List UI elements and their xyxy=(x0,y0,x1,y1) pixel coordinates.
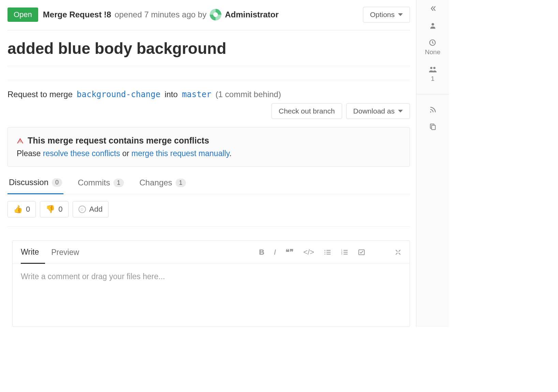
bullet-list-icon[interactable] xyxy=(324,248,331,256)
merge-into: into xyxy=(164,90,178,99)
notifications-icon[interactable] xyxy=(429,106,437,114)
behind-text: (1 commit behind) xyxy=(216,90,281,99)
svg-point-16 xyxy=(433,67,435,69)
comment-editor: Write Preview B I ❝❞ </> 123 xyxy=(12,240,410,327)
svg-point-13 xyxy=(431,23,434,26)
tab-changes[interactable]: Changes 1 xyxy=(138,173,187,194)
fullscreen-icon[interactable] xyxy=(395,249,401,256)
svg-point-17 xyxy=(430,111,431,112)
thumbs-up-icon: 👍 xyxy=(13,205,23,214)
author-avatar[interactable] xyxy=(210,9,221,20)
quote-icon[interactable]: ❝❞ xyxy=(285,248,294,257)
resolve-conflicts-link[interactable]: resolve these conflicts xyxy=(43,149,120,158)
conflict-alert: This merge request contains merge confli… xyxy=(8,127,410,167)
commits-count: 1 xyxy=(114,179,124,187)
download-as-button[interactable]: Download as xyxy=(346,103,410,119)
svg-point-2 xyxy=(324,254,325,255)
warning-icon xyxy=(17,137,24,144)
status-badge: Open xyxy=(8,7,38,22)
code-icon[interactable]: </> xyxy=(303,248,314,257)
author-name[interactable]: Administrator xyxy=(225,10,278,19)
milestone-section[interactable]: None xyxy=(425,39,440,56)
emoji-icon: ☺ xyxy=(78,206,86,213)
assignee-icon[interactable] xyxy=(429,22,437,29)
mr-header-text: Merge Request !8 opened 7 minutes ago by… xyxy=(43,9,358,20)
svg-point-15 xyxy=(430,67,432,69)
discussion-count: 0 xyxy=(52,178,62,187)
participants-count: 1 xyxy=(431,75,435,82)
reference-icon[interactable] xyxy=(429,123,437,131)
thumbs-up-button[interactable]: 👍 0 xyxy=(8,201,36,217)
merge-prefix: Request to merge xyxy=(8,90,73,99)
tab-discussion[interactable]: Discussion 0 xyxy=(8,173,63,194)
svg-point-0 xyxy=(324,250,325,251)
write-tab[interactable]: Write xyxy=(21,241,45,264)
merge-manually-link[interactable]: merge this request manually xyxy=(131,149,229,158)
svg-text:3: 3 xyxy=(341,253,342,255)
italic-icon[interactable]: I xyxy=(274,248,276,257)
comment-textarea[interactable] xyxy=(13,264,410,325)
mr-title: added blue body background xyxy=(8,30,410,66)
svg-rect-19 xyxy=(431,125,435,130)
tab-commits[interactable]: Commits 1 xyxy=(76,173,125,194)
bold-icon[interactable]: B xyxy=(259,248,264,257)
milestone-value: None xyxy=(425,48,440,56)
svg-point-1 xyxy=(324,252,325,253)
thumbs-down-icon: 👎 xyxy=(46,205,55,214)
collapse-sidebar-button[interactable] xyxy=(429,5,437,12)
right-sidebar: None 1 xyxy=(416,0,449,327)
task-list-icon[interactable] xyxy=(358,248,365,256)
add-reaction-button[interactable]: ☺ Add xyxy=(73,201,108,217)
options-button[interactable]: Options xyxy=(363,7,410,22)
numbered-list-icon[interactable]: 123 xyxy=(341,248,348,256)
target-branch-link[interactable]: master xyxy=(182,90,211,99)
chevron-down-icon xyxy=(398,13,403,16)
changes-count: 1 xyxy=(176,179,186,187)
preview-tab[interactable]: Preview xyxy=(51,241,85,263)
source-branch-link[interactable]: background-change xyxy=(77,90,161,99)
checkout-branch-button[interactable]: Check out branch xyxy=(271,103,342,119)
participants-section[interactable]: 1 xyxy=(428,65,437,82)
thumbs-down-button[interactable]: 👎 0 xyxy=(40,201,68,217)
chevron-down-icon xyxy=(398,110,403,112)
